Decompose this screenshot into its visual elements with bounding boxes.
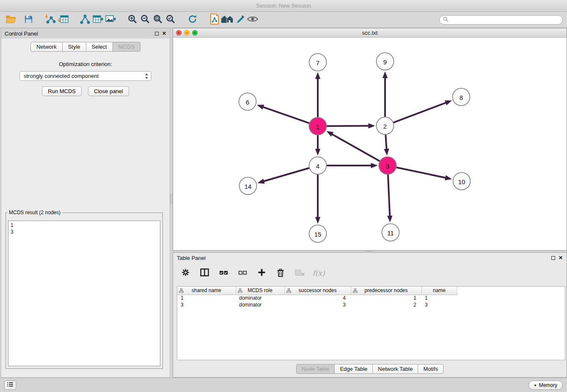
zoom-in-button[interactable]: [126, 14, 139, 26]
edge-arrowhead: [368, 123, 375, 128]
float-table-panel-icon[interactable]: [551, 256, 555, 260]
zoom-out-button[interactable]: [139, 14, 151, 26]
table-cell[interactable]: 3: [177, 301, 236, 308]
zoom-fit-button[interactable]: [151, 14, 164, 26]
titlebar[interactable]: Session: New Session: [0, 0, 567, 12]
table-cell[interactable]: 2: [351, 301, 421, 308]
column-header-shared-name[interactable]: shared name: [177, 287, 236, 295]
column-header-predecessor-nodes[interactable]: predecessor nodes: [351, 287, 421, 295]
table-cell[interactable]: 1: [351, 295, 421, 301]
duplicate-network-button[interactable]: [208, 14, 221, 26]
tab-node-table[interactable]: Node Table: [296, 364, 335, 374]
window-close-button[interactable]: ×: [176, 30, 182, 36]
close-control-panel-icon[interactable]: ✕: [162, 31, 166, 36]
function-builder-button[interactable]: f(x): [313, 268, 324, 279]
edge-3-10[interactable]: [396, 167, 446, 178]
deselect-all-button[interactable]: [237, 268, 248, 279]
column-header-name[interactable]: name: [421, 287, 457, 295]
mcds-result-item[interactable]: 3: [11, 229, 158, 235]
optimization-criterion-select[interactable]: strongly connected component: [19, 71, 151, 81]
network-canvas[interactable]: 7968124314101511: [173, 38, 567, 250]
table-row[interactable]: 3dominator323: [177, 301, 565, 308]
zoom-selected-button[interactable]: [164, 14, 177, 26]
tab-mcds[interactable]: MCDS: [113, 42, 140, 52]
table-panel-header: Table Panel ✕: [173, 253, 567, 263]
edge-arrowhead: [326, 131, 333, 137]
refresh-icon: [187, 14, 198, 25]
memory-button[interactable]: ● Memory: [528, 381, 563, 390]
close-panel-button[interactable]: Close panel: [88, 86, 129, 96]
select-all-button[interactable]: [218, 268, 229, 279]
edge-4-14[interactable]: [263, 168, 309, 182]
mcds-result-item[interactable]: 1: [11, 222, 158, 229]
import-table-button[interactable]: [57, 14, 69, 26]
node-label: 14: [245, 183, 252, 190]
vertical-splitter-handle[interactable]: [170, 194, 172, 204]
table-row[interactable]: 1dominator411: [177, 295, 565, 301]
tab-network-table[interactable]: Network Table: [372, 364, 418, 374]
table-settings-button[interactable]: [180, 268, 191, 279]
open-session-button[interactable]: [4, 14, 17, 26]
run-mcds-button[interactable]: Run MCDS: [42, 86, 82, 96]
delete-table-button[interactable]: [294, 268, 305, 279]
node-label: 9: [383, 58, 387, 66]
tab-network[interactable]: Network: [30, 42, 63, 52]
export-image-button[interactable]: [104, 14, 117, 26]
column-header-successor-nodes[interactable]: successor nodes: [284, 287, 351, 295]
first-neighbors-button[interactable]: [221, 14, 234, 26]
search-box[interactable]: [439, 15, 563, 25]
edge-1-2[interactable]: [327, 126, 369, 126]
node-label: 4: [316, 163, 319, 170]
window-zoom-button[interactable]: +: [192, 30, 198, 36]
node-label: 1: [316, 123, 319, 130]
edge-2-3[interactable]: [385, 135, 386, 149]
mcds-result-list[interactable]: 13: [8, 221, 160, 366]
export-table-icon: [93, 14, 103, 25]
edge-3-1[interactable]: [332, 134, 380, 161]
float-panel-icon[interactable]: [155, 32, 159, 36]
apply-style-button[interactable]: [234, 14, 246, 26]
tab-motifs[interactable]: Motifs: [418, 364, 443, 374]
show-panels-button[interactable]: [4, 381, 16, 390]
export-table-button[interactable]: [91, 14, 104, 26]
network-from-selection-button[interactable]: [79, 14, 91, 26]
show-columns-button[interactable]: [199, 268, 210, 279]
table-cell[interactable]: dominator: [236, 301, 284, 308]
tab-edge-table[interactable]: Edge Table: [334, 364, 373, 374]
selected-option: strongly connected component: [24, 73, 99, 79]
eye-icon: [247, 16, 258, 24]
document-share-icon: [210, 14, 219, 26]
search-input[interactable]: [451, 17, 559, 23]
tab-style[interactable]: Style: [62, 42, 86, 52]
network-window-titlebar[interactable]: × − + scc.txt: [173, 28, 567, 38]
columns-icon: [200, 268, 209, 278]
mcds-result-label: MCDS result (2 nodes): [8, 210, 62, 215]
table-cell[interactable]: 3: [421, 301, 457, 308]
close-table-panel-icon[interactable]: ✕: [559, 255, 563, 260]
window-minimize-button[interactable]: −: [184, 30, 190, 36]
optimization-criterion-label: Optimization criterion:: [1, 61, 170, 67]
show-hide-button[interactable]: [246, 14, 259, 26]
table-cell[interactable]: 1: [177, 295, 236, 301]
import-network-button[interactable]: [44, 14, 57, 26]
edge-2-8[interactable]: [394, 102, 446, 122]
save-session-button[interactable]: [22, 14, 35, 26]
tab-select[interactable]: Select: [86, 42, 113, 52]
delete-table-icon: [295, 269, 305, 277]
edge-1-6[interactable]: [262, 107, 309, 123]
table-cell[interactable]: dominator: [236, 295, 284, 301]
search-icon: [443, 16, 449, 24]
table-cell[interactable]: 4: [284, 295, 351, 301]
edge-arrowhead: [384, 149, 389, 155]
column-header-mcds-role[interactable]: MCDS role: [236, 287, 284, 295]
table-cell[interactable]: 1: [421, 295, 457, 301]
create-column-button[interactable]: [256, 268, 267, 279]
edge-3-11[interactable]: [388, 174, 390, 216]
refresh-button[interactable]: [186, 14, 199, 26]
table-cell[interactable]: 3: [284, 301, 351, 308]
control-panel-title: Control Panel: [5, 30, 38, 37]
save-floppy-icon: [24, 15, 33, 25]
trash-icon: [277, 268, 284, 278]
delete-column-button[interactable]: [275, 268, 286, 279]
window-title: Session: New Session: [256, 3, 311, 9]
